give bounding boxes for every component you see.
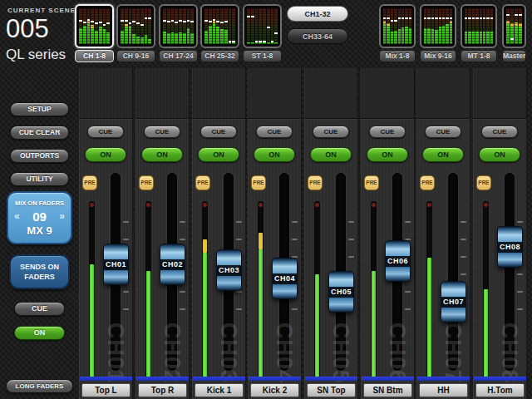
pre-badge[interactable]: PRE (364, 175, 379, 190)
meter-tab-ch-1-8[interactable]: CH 1-8 (75, 50, 114, 62)
mix-prev-icon[interactable]: « (14, 210, 20, 222)
long-faders-button[interactable]: LONG FADERS (6, 379, 73, 393)
utility-button[interactable]: UTILITY (10, 172, 69, 186)
strip-cue-button[interactable]: CUE (200, 126, 237, 138)
mix-bus-name: MX 9 (8, 224, 71, 237)
channel-name[interactable]: SN Btm (363, 383, 412, 397)
fader-position-dash (209, 21, 212, 22)
mini-meter-bar (398, 8, 401, 44)
meter-tab-ch-25-32[interactable]: CH 25-32 (200, 50, 239, 62)
fader-knob[interactable]: CH07 (441, 281, 466, 323)
sidebar-on-button[interactable]: ON (14, 326, 65, 340)
strip-top-panel[interactable] (416, 68, 470, 119)
meter-green-fill (315, 274, 319, 377)
meter-tab-mix-9-16[interactable]: Mix 9-16 (420, 50, 456, 62)
sidebar-cue-button[interactable]: CUE (14, 302, 65, 316)
fader-scale-tick (236, 291, 242, 293)
strip-on-button[interactable]: ON (310, 147, 352, 162)
pre-badge[interactable]: PRE (139, 175, 154, 190)
mini-meter-bar (394, 8, 397, 44)
strip-top-panel[interactable] (248, 68, 302, 119)
channel-color-bar (193, 377, 245, 381)
pre-badge[interactable]: PRE (308, 175, 323, 190)
strip-top-panel[interactable] (192, 68, 246, 119)
strip-cue-button[interactable]: CUE (87, 126, 124, 138)
meter-block-mix-1-8[interactable]: Mix 1-8 (379, 4, 416, 62)
strip-cue-button[interactable]: CUE (425, 126, 461, 138)
bank-button-ch1-32[interactable]: CH1-32 (287, 6, 348, 22)
meter-block-ch-9-16[interactable]: CH 9-16 (116, 4, 155, 62)
outports-button[interactable]: OUTPORTS (10, 149, 69, 163)
meter-block-mt-1-8[interactable]: MT 1-8 (461, 4, 497, 62)
channel-name[interactable]: Top R (138, 383, 187, 397)
fader-scale-tick (461, 221, 466, 223)
fader-knob[interactable]: CH08 (497, 226, 523, 268)
fader-position-dash (99, 22, 102, 23)
pre-badge[interactable]: PRE (420, 175, 435, 190)
meter-block-ch-17-24[interactable]: CH 17-24 (159, 4, 198, 62)
setup-button[interactable]: SETUP (10, 102, 69, 116)
meter-tab-master[interactable]: Master (502, 50, 526, 62)
strip-on-button[interactable]: ON (141, 147, 183, 162)
fader-knob[interactable]: CH04 (272, 258, 298, 299)
mini-meter-bar (387, 8, 389, 44)
meter-tab-ch-9-16[interactable]: CH 9-16 (116, 50, 155, 62)
strip-cue-button[interactable]: CUE (313, 126, 349, 138)
fader-knob[interactable]: CH02 (160, 244, 185, 285)
current-scene-label: CURRENT SCENE (7, 7, 76, 14)
channel-name[interactable]: SN Top (307, 383, 356, 397)
sends-on-faders-button[interactable]: SENDS ON FADERS (9, 254, 70, 289)
strip-on-button[interactable]: ON (367, 147, 408, 162)
strip-on-button[interactable]: ON (422, 147, 464, 162)
fader-scale-tick (405, 221, 411, 223)
current-scene-number[interactable]: 005 (6, 14, 49, 44)
strip-top-panel[interactable] (473, 68, 527, 119)
fader-scale-tick (517, 273, 523, 275)
channel-name[interactable]: HH (419, 383, 468, 397)
meter-tab-mix-1-8[interactable]: Mix 1-8 (379, 50, 416, 62)
mix-on-faders-panel[interactable]: MIX ON FADERS « 09 » MX 9 (7, 191, 72, 244)
meter-block-st-1-8[interactable]: ST 1-8 (243, 4, 282, 62)
fader-scale-tick (123, 291, 129, 293)
strip-cue-button[interactable]: CUE (369, 126, 406, 138)
channel-name[interactable]: Kick 1 (195, 383, 244, 397)
pre-badge[interactable]: PRE (476, 175, 491, 190)
strip-on-button[interactable]: ON (85, 147, 126, 162)
strip-top-panel[interactable] (361, 68, 415, 119)
meter-block-master[interactable]: Master (502, 4, 526, 62)
fader-knob-label: CH05 (329, 287, 353, 298)
fader-knob[interactable]: CH01 (103, 244, 129, 285)
meter-tab-st-1-8[interactable]: ST 1-8 (243, 50, 282, 62)
meter-tab-mt-1-8[interactable]: MT 1-8 (461, 50, 497, 62)
strip-top-panel[interactable] (304, 68, 358, 119)
fader-position-dash (95, 22, 98, 24)
channel-name[interactable]: Top L (81, 383, 131, 397)
mix-next-icon[interactable]: » (59, 210, 65, 222)
strip-top-panel[interactable] (79, 68, 133, 119)
fader-knob[interactable]: CH06 (385, 240, 411, 282)
fader-knob[interactable]: CH05 (328, 271, 354, 313)
strip-cue-button[interactable]: CUE (481, 126, 518, 138)
bank-button-ch33-64[interactable]: CH33-64 (287, 28, 348, 44)
meter-tab-ch-17-24[interactable]: CH 17-24 (159, 50, 198, 62)
meter-block-mix-9-16[interactable]: Mix 9-16 (420, 4, 456, 62)
strip-cue-button[interactable]: CUE (256, 126, 293, 138)
channel-name[interactable]: H.Tom (475, 383, 525, 397)
strip-cue-button[interactable]: CUE (144, 126, 180, 138)
fader-knob[interactable]: CH03 (216, 249, 242, 291)
strip-on-button[interactable]: ON (479, 147, 520, 162)
pre-badge[interactable]: PRE (251, 175, 266, 190)
meter-block-ch-1-8[interactable]: CH 1-8 (75, 4, 114, 62)
strip-on-button[interactable]: ON (198, 147, 239, 162)
pre-badge[interactable]: PRE (195, 175, 210, 190)
channel-name[interactable]: Kick 2 (250, 383, 299, 397)
strip-on-button[interactable]: ON (254, 147, 295, 162)
fader-position-dash (216, 21, 219, 22)
strip-top-panel[interactable] (135, 68, 190, 119)
mini-meter-bar (187, 8, 190, 44)
cue-clear-button[interactable]: CUE CLEAR (10, 126, 69, 140)
mini-meter-bar (167, 8, 170, 44)
meter-block-ch-25-32[interactable]: CH 25-32 (200, 4, 239, 62)
pre-badge[interactable]: PRE (82, 175, 97, 190)
mini-meter-bar (229, 8, 232, 44)
